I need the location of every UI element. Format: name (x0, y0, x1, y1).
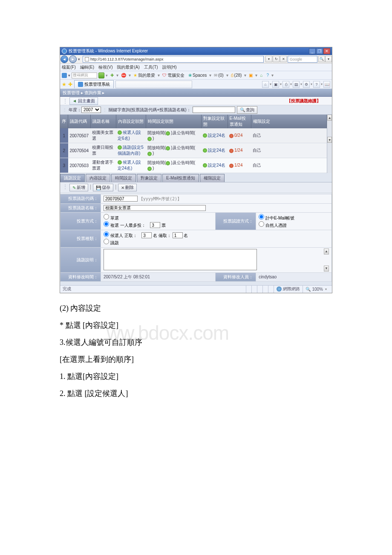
radio-kind-candidate[interactable]: 候選人 正取： (104, 233, 137, 238)
forward-nav-button[interactable]: ► (69, 55, 77, 63)
search-go-button[interactable]: 🔍 (318, 56, 325, 62)
zoom-control[interactable]: 🔍 100% ▾ (303, 286, 329, 293)
menu-help[interactable]: 說明(H) (162, 64, 177, 70)
radio-auth-email[interactable]: 計中E-Mail帳號 (259, 216, 294, 220)
url-dropdown-button[interactable]: ▾ (265, 56, 272, 62)
msn-icon (62, 73, 67, 78)
table-row[interactable]: 1 20070507 校園美女票選 候選人(設定6名) 開放時間()及公告時間(… (60, 128, 327, 143)
msn-dropdown-icon[interactable]: ▾ (68, 73, 70, 78)
save-button[interactable]: 💾儲存 (93, 184, 113, 191)
tab-target-settings[interactable]: 對象設定 (137, 174, 161, 182)
toolbar-search-button[interactable] (98, 72, 104, 78)
textarea-scroll-up-icon[interactable]: ▲ (324, 249, 329, 254)
code-input[interactable] (104, 196, 138, 202)
link-help[interactable]: ? (266, 73, 269, 78)
alert-icon (229, 134, 233, 138)
link-home[interactable]: ⌂ (260, 73, 262, 78)
tools-tool-icon[interactable]: ⚙ (303, 81, 310, 88)
query-button[interactable]: 🔍查詢 (237, 106, 257, 114)
check-icon (166, 146, 170, 150)
add-button[interactable]: ✎新增 (69, 184, 88, 191)
code-hint: 【yyyyMM+序號(2)】 (139, 197, 182, 201)
maximize-button[interactable]: ❐ (316, 48, 323, 54)
search-engine-input[interactable]: Google (288, 56, 317, 63)
table-row[interactable]: 3 20070503 運動會選手票選 候選人(設定24名) 開放時間()及公告時… (60, 158, 327, 173)
menu-edit[interactable]: 編輯(E) (80, 64, 94, 70)
menu-tools[interactable]: 工具(T) (144, 64, 158, 70)
menu-file[interactable]: 檔案(F) (62, 64, 76, 70)
tab-topic-settings[interactable]: 議題設定 (60, 174, 85, 182)
favorites-star-icon[interactable]: ★ (62, 81, 66, 87)
doc-line: [在選票上看到的順序] (60, 352, 388, 367)
page-tool-icon[interactable]: ▤ (293, 81, 300, 88)
feed-tool-icon[interactable]: ▣ (272, 81, 279, 88)
radio-single[interactable]: 單選 (104, 216, 119, 220)
link-mail[interactable]: ✉(0) (214, 73, 223, 78)
col-target: 對象設定狀態 (201, 115, 228, 128)
muser-value: cindytsao (256, 272, 332, 281)
link-pcsafe[interactable]: 🛡電腦安全 (162, 72, 184, 78)
dropdown-icon[interactable]: ▾ (78, 57, 80, 61)
year-select[interactable]: 2007 (81, 107, 101, 113)
stop-button[interactable]: ✕ (280, 56, 287, 62)
topics-table: 序 議題代碼 議題名稱 內容設定狀態 時間設定狀態 對象設定狀態 E-Mail投… (60, 115, 327, 173)
menu-view[interactable]: 檢視(V) (98, 64, 112, 70)
empty-tab-space (115, 81, 192, 88)
tab-content-settings[interactable]: 內容設定 (86, 174, 110, 182)
help-tool-icon[interactable]: ? (313, 81, 320, 88)
print-tool-icon[interactable]: ⎙ (282, 81, 289, 88)
radio-kind-topic[interactable]: 議題 (104, 240, 119, 245)
main-toolbar: ⋮ ◄ 回主畫面 【投票議題維護】 (60, 97, 332, 105)
tab-email-notify[interactable]: E-Mail投票通知 (162, 174, 199, 182)
link-print[interactable]: ⎙(28) (231, 73, 242, 78)
radio-multi[interactable]: 複選 一人最多投： (104, 223, 146, 228)
check-icon (166, 161, 170, 165)
table-scrollbar[interactable]: ▲ ▼ (327, 115, 332, 173)
check-icon (203, 133, 207, 138)
topic-maint-link[interactable]: 【投票議題維護】 (287, 98, 321, 104)
name-input[interactable] (104, 205, 206, 211)
keyword-input[interactable] (193, 107, 235, 113)
alert-icon (229, 164, 233, 168)
search-dropdown-button[interactable]: ▾ (325, 56, 332, 62)
link-add[interactable]: ✚ (110, 73, 114, 78)
multi-count-input[interactable] (150, 222, 160, 228)
name-label: 投票議題名稱： (61, 203, 101, 212)
link-block[interactable]: ⛔ (121, 73, 126, 78)
link-spaces[interactable]: ❀Spaces (188, 73, 207, 78)
radio-auth-natural[interactable]: 自然人憑證 (259, 223, 287, 228)
add-favorites-icon[interactable]: ✚ (68, 81, 72, 87)
research-tool-icon[interactable]: 📖 (323, 81, 330, 88)
check-icon (147, 152, 152, 156)
status-text: 完成 (63, 286, 71, 292)
desc-textarea[interactable] (104, 249, 257, 270)
back-nav-button[interactable]: ◄ (61, 55, 68, 63)
col-name: 議題名稱 (90, 115, 116, 128)
tab-time-settings[interactable]: 時間設定 (111, 174, 136, 182)
browser-window: 投票管理系統 - Windows Internet Explorer _ ❐ ✕… (60, 47, 332, 293)
delete-button[interactable]: ✕刪除 (118, 184, 137, 191)
back-home-button[interactable]: ◄ 回主畫面 (69, 97, 98, 105)
home-tool-icon[interactable]: ⌂ (262, 81, 269, 88)
close-button[interactable]: ✕ (323, 48, 330, 54)
tabs-bar: ★ ✚ 投票管理系統 ⌂ ▾ ▣ ▾ ⎙ ▾ ▤ ▾ ⚙ ▾ ? ▾ 📖 (60, 80, 332, 89)
doc-heading: (2) 內容設定 (60, 301, 388, 315)
page-content: 投票管理 ▸ 查詢作業 ▸ ⋮ ◄ 回主畫面 【投票議題維護】 ⋮ 年度： 20… (60, 89, 332, 285)
separator-icon: ▾ (106, 73, 108, 78)
link-favorites[interactable]: ★我的最愛 (133, 72, 155, 78)
breadcrumb: 投票管理 ▸ 查詢作業 ▸ (60, 89, 332, 97)
menu-favorites[interactable]: 我的最愛(A) (117, 64, 139, 70)
toolbar-search-input[interactable]: 搜尋網頁 (72, 72, 97, 78)
refresh-button[interactable]: ↻ (273, 56, 280, 62)
link-rss[interactable]: ▣ (249, 73, 253, 78)
backup-count-input[interactable] (173, 232, 183, 238)
subtabs: 議題設定 內容設定 時間設定 對象設定 E-Mail投票通知 權限設定 (60, 173, 332, 182)
minimize-button[interactable]: _ (309, 48, 316, 54)
browser-tab[interactable]: 投票管理系統 (74, 80, 114, 88)
check-icon (203, 163, 207, 168)
win-count-input[interactable] (141, 232, 152, 238)
tab-perm-settings[interactable]: 權限設定 (200, 174, 225, 182)
table-row[interactable]: 2 20070504 校慶日期投票 議題(設定5個議題內容) 開放時間()及公告… (60, 143, 327, 158)
url-input[interactable]: http://140.112.3.87/Votemanage/main.aspx (83, 56, 264, 63)
textarea-scroll-down-icon[interactable]: ▼ (324, 266, 329, 272)
